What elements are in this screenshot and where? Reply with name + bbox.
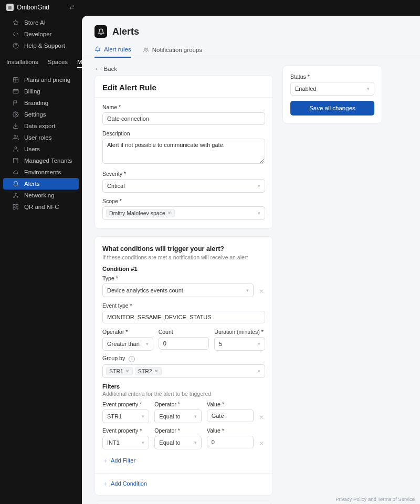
tab-alert-rules[interactable]: Alert rules (94, 46, 131, 58)
type-label: Type (102, 275, 254, 281)
sidebar-item-users[interactable]: Users (3, 143, 79, 155)
filter-op-select[interactable]: Equal to▾ (154, 410, 201, 423)
footer-link[interactable]: Privacy Policy and Terms of Service (335, 496, 415, 502)
sidebar-item-environments[interactable]: Environments (3, 166, 79, 178)
svg-point-8 (15, 114, 17, 116)
sidebar-item-label: Users (24, 146, 40, 152)
groupby-tag[interactable]: STR2✕ (135, 367, 162, 375)
save-button[interactable]: Save all changes (290, 101, 374, 116)
sidebar-item-settings[interactable]: Settings (3, 109, 79, 120)
sidebar-item-developer[interactable]: Developer (3, 28, 79, 40)
filter-row: Event propertyINT1▾OperatorEqual to▾Valu… (102, 427, 265, 454)
filter-prop-value: STR1 (107, 413, 122, 419)
sidebar-item-qr-and-nfc[interactable]: QR and NFC (3, 201, 79, 213)
svg-rect-24 (17, 208, 18, 209)
chevron-down-icon: ▾ (194, 440, 197, 445)
duration-select[interactable]: 5 ▾ (214, 337, 265, 351)
chevron-down-icon: ▾ (194, 414, 197, 419)
back-button[interactable]: ← Back (94, 66, 273, 72)
scope-select[interactable]: Dmitry Malofeev space ✕ ▾ (102, 206, 265, 220)
sidebar-item-store-ai[interactable]: Store AI (3, 17, 79, 28)
svg-point-10 (14, 135, 16, 138)
cond-number: Condition #1 (102, 266, 265, 272)
sidebar-item-label: Settings (24, 111, 46, 118)
edit-card: Edit Alert Rule Name Description Alert i… (94, 75, 273, 229)
filter-val-label: Value (207, 427, 254, 434)
subtab-installations[interactable]: Installations (6, 59, 38, 68)
net-icon (13, 192, 20, 198)
sidebar-item-managed-tenants[interactable]: Managed Tenants (3, 155, 79, 166)
type-select[interactable]: Device analytics events count ▾ (102, 284, 254, 297)
groupby-tag[interactable]: STR1✕ (106, 367, 133, 375)
add-filter-button[interactable]: ＋ Add Filter (102, 457, 265, 465)
filter-prop-select[interactable]: STR1▾ (102, 410, 149, 423)
filter-op-select[interactable]: Equal to▾ (154, 436, 201, 449)
groupby-select[interactable]: STR1✕STR2✕ ▾ (102, 364, 265, 378)
desc-input[interactable]: Alert if not possible to communicate wit… (102, 139, 265, 164)
swap-icon[interactable]: ⇄ (69, 4, 74, 10)
status-value: Enabled (295, 86, 316, 92)
sidebar-item-label: Managed Tenants (24, 158, 72, 164)
duration-label: Duration (minutes) (214, 329, 265, 335)
filter-op-value: Equal to (159, 413, 180, 419)
gear-icon (13, 111, 20, 118)
event-type-input[interactable] (102, 311, 265, 323)
name-input[interactable] (102, 112, 265, 125)
filters-desc: Additional criteria for the alert to be … (102, 391, 265, 397)
delete-filter-button[interactable]: ✕ (258, 414, 265, 421)
sidebar-item-label: Plans and pricing (24, 77, 70, 83)
event-type-label: Event type (102, 302, 265, 309)
sidebar-item-label: Environments (24, 169, 61, 175)
filter-op-value: Equal to (159, 439, 180, 446)
svg-rect-12 (14, 159, 18, 163)
svg-rect-6 (13, 90, 18, 93)
help-icon (13, 43, 20, 49)
code-icon (13, 31, 20, 37)
filter-val-input[interactable] (207, 410, 254, 422)
duration-value: 5 (219, 341, 222, 347)
chevron-down-icon: ▾ (142, 440, 144, 445)
tab-notification-groups[interactable]: Notification groups (143, 46, 202, 58)
svg-marker-0 (13, 20, 18, 25)
sidebar-item-networking[interactable]: Networking (3, 190, 79, 201)
delete-filter-button[interactable]: ✕ (258, 440, 265, 447)
bell-icon (94, 25, 107, 38)
severity-value: Critical (107, 183, 125, 189)
card-icon (13, 88, 20, 94)
sidebar-item-billing[interactable]: Billing (3, 86, 79, 97)
sidebar-item-user-roles[interactable]: User roles (3, 132, 79, 143)
chevron-down-icon: ▾ (258, 211, 260, 216)
sidebar-item-label: User roles (24, 134, 51, 141)
plus-icon: ＋ (102, 457, 108, 465)
sidebar-item-plans-and-pricing[interactable]: Plans and pricing (3, 74, 79, 86)
tag-label: STR2 (138, 368, 152, 374)
name-label: Name (102, 104, 265, 110)
count-input[interactable] (159, 337, 209, 350)
sidebar-item-branding[interactable]: Branding (3, 97, 79, 109)
info-icon[interactable]: i (129, 356, 135, 362)
op-select[interactable]: Greater than ▾ (102, 337, 153, 351)
star-icon (13, 19, 20, 26)
severity-select[interactable]: Critical ▾ (102, 179, 265, 193)
filter-prop-select[interactable]: INT1▾ (102, 436, 149, 449)
scope-tag[interactable]: Dmitry Malofeev space ✕ (106, 209, 175, 217)
sidebar-item-alerts[interactable]: Alerts (3, 178, 79, 190)
plus-icon: ＋ (102, 480, 108, 488)
svg-point-1 (13, 43, 18, 48)
sidebar-item-data-export[interactable]: Data export (3, 120, 79, 132)
edit-title: Edit Alert Rule (102, 83, 265, 92)
chevron-down-icon: ▾ (258, 341, 260, 346)
filter-val-input[interactable] (207, 436, 254, 448)
close-icon[interactable]: ✕ (125, 369, 130, 374)
add-condition-button[interactable]: ＋ Add Condition (102, 480, 265, 488)
group-icon (143, 47, 149, 53)
delete-condition-button[interactable]: ✕ (258, 288, 265, 295)
subtab-spaces[interactable]: Spaces (48, 59, 68, 68)
sidebar-item-help-support[interactable]: Help & Support (3, 40, 79, 51)
sidebar: Store AIDeveloperHelp & Support Installa… (0, 15, 82, 504)
sidebar-item-label: Help & Support (24, 43, 65, 49)
close-icon[interactable]: ✕ (167, 211, 172, 216)
severity-label: Severity (102, 171, 265, 177)
status-select[interactable]: Enabled ▾ (290, 82, 374, 96)
close-icon[interactable]: ✕ (154, 369, 159, 374)
